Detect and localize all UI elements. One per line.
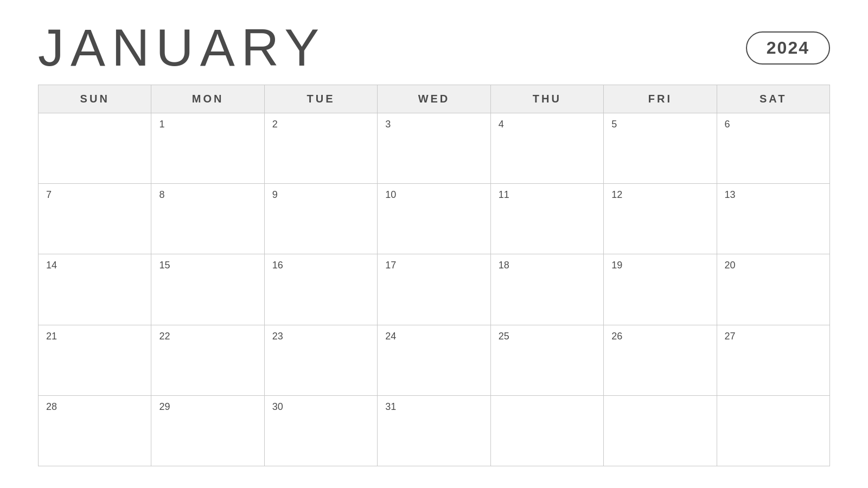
day-cell-13[interactable]: 13 <box>717 184 830 254</box>
weekday-header-tue: TUE <box>265 85 378 113</box>
day-cell-5[interactable]: 5 <box>604 113 717 184</box>
calendar-header: JANUARY 2024 <box>38 22 830 74</box>
day-cell-15[interactable]: 15 <box>151 254 264 325</box>
day-cell-6[interactable]: 6 <box>717 113 830 184</box>
day-cell-9[interactable]: 9 <box>265 184 378 254</box>
day-cell-25[interactable]: 25 <box>491 325 604 396</box>
day-cell-8[interactable]: 8 <box>151 184 264 254</box>
day-cell-30[interactable]: 30 <box>265 396 378 466</box>
day-cell-27[interactable]: 27 <box>717 325 830 396</box>
day-cell-26[interactable]: 26 <box>604 325 717 396</box>
day-cell-1[interactable]: 1 <box>151 113 264 184</box>
weekday-header-sat: SAT <box>717 85 830 113</box>
day-cell-31[interactable]: 31 <box>378 396 490 466</box>
day-cell-empty[interactable] <box>39 113 151 184</box>
calendar-grid: SUNMONTUEWEDTHUFRISAT1234567891011121314… <box>38 85 830 466</box>
weekday-header-thu: THU <box>491 85 604 113</box>
day-cell-11[interactable]: 11 <box>491 184 604 254</box>
weekday-header-fri: FRI <box>604 85 717 113</box>
day-cell-12[interactable]: 12 <box>604 184 717 254</box>
day-cell-empty[interactable] <box>491 396 604 466</box>
day-cell-4[interactable]: 4 <box>491 113 604 184</box>
month-title: JANUARY <box>38 22 326 74</box>
day-cell-23[interactable]: 23 <box>265 325 378 396</box>
day-cell-14[interactable]: 14 <box>39 254 151 325</box>
day-cell-19[interactable]: 19 <box>604 254 717 325</box>
day-cell-7[interactable]: 7 <box>39 184 151 254</box>
day-cell-18[interactable]: 18 <box>491 254 604 325</box>
weekday-header-sun: SUN <box>39 85 151 113</box>
weekday-header-mon: MON <box>151 85 264 113</box>
day-cell-empty[interactable] <box>604 396 717 466</box>
day-cell-29[interactable]: 29 <box>151 396 264 466</box>
day-cell-21[interactable]: 21 <box>39 325 151 396</box>
day-cell-10[interactable]: 10 <box>378 184 490 254</box>
weekday-header-wed: WED <box>378 85 490 113</box>
day-cell-22[interactable]: 22 <box>151 325 264 396</box>
day-cell-16[interactable]: 16 <box>265 254 378 325</box>
day-cell-20[interactable]: 20 <box>717 254 830 325</box>
day-cell-28[interactable]: 28 <box>39 396 151 466</box>
day-cell-2[interactable]: 2 <box>265 113 378 184</box>
day-cell-3[interactable]: 3 <box>378 113 490 184</box>
day-cell-17[interactable]: 17 <box>378 254 490 325</box>
day-cell-24[interactable]: 24 <box>378 325 490 396</box>
year-badge: 2024 <box>746 31 830 65</box>
day-cell-empty[interactable] <box>717 396 830 466</box>
